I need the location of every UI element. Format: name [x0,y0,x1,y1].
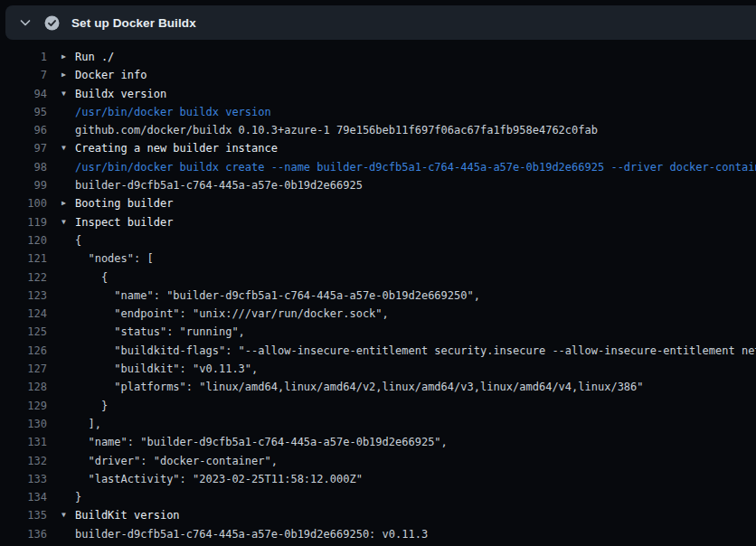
line-number[interactable]: 132 [0,452,47,470]
log-line: 120 { [0,231,756,249]
log-line: 131 "name": "builder-d9cfb5a1-c764-445a-… [0,433,756,451]
chevron-down-icon[interactable]: ▼ [61,506,75,524]
line-number[interactable]: 133 [0,470,47,488]
log-line-text: BuildKit version [75,506,180,524]
log-line: 126 "buildkitd-flags": "--allow-insecure… [0,342,756,360]
line-number[interactable]: 122 [0,268,47,287]
line-number[interactable]: 135 [0,506,47,524]
step-title: Set up Docker Buildx [71,16,196,30]
log-line: 99 builder-d9cfb5a1-c764-445a-a57e-0b19d… [0,176,756,194]
log-body: 1 ▶ Run ./ 7 ▶ Docker info 94 ▼ Buildx v… [0,40,756,546]
log-line-text: /usr/bin/docker buildx create --name bui… [61,158,756,176]
line-number[interactable]: 129 [0,397,47,415]
check-circle-icon [44,15,60,31]
log-group-header[interactable]: 135 ▼ BuildKit version [0,506,756,524]
log-line: 123 "name": "builder-d9cfb5a1-c764-445a-… [0,287,756,305]
log-line: 96 github.com/docker/buildx 0.10.3+azure… [0,121,756,139]
line-number[interactable]: 136 [0,525,47,543]
log-line-text: builder-d9cfb5a1-c764-445a-a57e-0b19d2e6… [61,525,428,543]
log-line-text: builder-d9cfb5a1-c764-445a-a57e-0b19d2e6… [61,176,363,194]
log-line: 122 { [0,268,756,287]
line-number[interactable]: 128 [0,378,47,396]
log-line-text: "lastActivity": "2023-02-25T11:58:12.000… [61,470,363,488]
log-line: 98 /usr/bin/docker buildx create --name … [0,158,756,176]
chevron-down-icon[interactable]: ▼ [61,213,75,231]
log-line: 121 "nodes": [ [0,249,756,268]
line-number[interactable]: 119 [0,213,47,231]
line-number[interactable]: 99 [0,176,47,194]
step-header[interactable]: Set up Docker Buildx [5,5,756,40]
log-line-text: github.com/docker/buildx 0.10.3+azure-1 … [61,121,598,139]
line-number[interactable]: 7 [0,66,47,84]
line-number[interactable]: 126 [0,342,47,360]
line-number[interactable]: 97 [0,139,47,157]
line-number[interactable]: 134 [0,488,47,506]
log-line: 125 "status": "running", [0,323,756,341]
log-line-text: "driver": "docker-container", [61,452,278,470]
log-line: 130 ], [0,415,756,433]
line-number[interactable]: 94 [0,85,47,103]
log-line-text: "buildkitd-flags": "--allow-insecure-ent… [61,342,756,360]
log-line-text: } [61,397,108,415]
log-group-header[interactable]: 119 ▼ Inspect builder [0,213,756,231]
log-group-header[interactable]: 7 ▶ Docker info [0,66,756,84]
line-number[interactable]: 100 [0,194,47,212]
log-group-header[interactable]: 94 ▼ Buildx version [0,85,756,103]
log-line-text: } [61,488,81,506]
log-line: 124 "endpoint": "unix:///var/run/docker.… [0,305,756,323]
log-line-text: Inspect builder [75,213,173,231]
line-number[interactable]: 95 [0,103,47,121]
log-line: 134 } [0,488,756,506]
log-line: 95 /usr/bin/docker buildx version [0,103,756,121]
chevron-right-icon[interactable]: ▶ [61,194,75,212]
log-line-text: "status": "running", [61,323,245,341]
line-number[interactable]: 98 [0,158,47,176]
log-line-text: Buildx version [75,85,166,103]
log-line-text: "nodes": [ [61,249,154,268]
line-number[interactable]: 125 [0,323,47,341]
chevron-down-icon[interactable] [18,15,33,30]
log-line-text: Creating a new builder instance [75,139,278,157]
log-line-text: /usr/bin/docker buildx version [61,103,271,121]
log-line-text: "name": "builder-d9cfb5a1-c764-445a-a57e… [61,287,480,305]
log-line: 128 "platforms": "linux/amd64,linux/amd6… [0,378,756,396]
line-number[interactable]: 123 [0,287,47,305]
log-line: 132 "driver": "docker-container", [0,452,756,470]
log-line-text: { [61,268,108,287]
log-group-header[interactable]: 100 ▶ Booting builder [0,194,756,212]
log-line-text: Docker info [75,66,146,84]
line-number[interactable]: 124 [0,305,47,323]
log-line-text: "platforms": "linux/amd64,linux/amd64/v2… [61,378,644,396]
line-number[interactable]: 96 [0,121,47,139]
log-line-text: Booting builder [75,194,173,212]
log-line: 136 builder-d9cfb5a1-c764-445a-a57e-0b19… [0,525,756,543]
log-line: 127 "buildkit": "v0.11.3", [0,360,756,378]
chevron-down-icon[interactable]: ▼ [61,139,75,157]
log-line-text: Run ./ [75,48,114,66]
line-number[interactable]: 121 [0,249,47,268]
log-line: 129 } [0,397,756,415]
log-line-text: { [61,231,81,249]
chevron-right-icon[interactable]: ▶ [61,48,75,66]
chevron-down-icon[interactable]: ▼ [61,85,75,103]
line-number[interactable]: 130 [0,415,47,433]
log-line-text: "buildkit": "v0.11.3", [61,360,258,378]
log-group-header[interactable]: 97 ▼ Creating a new builder instance [0,139,756,157]
line-number[interactable]: 1 [0,48,47,66]
chevron-right-icon[interactable]: ▶ [61,66,75,84]
line-number[interactable]: 127 [0,360,47,378]
log-line-text: ], [61,415,101,433]
log-line: 133 "lastActivity": "2023-02-25T11:58:12… [0,470,756,488]
log-group-header[interactable]: 1 ▶ Run ./ [0,48,756,66]
line-number[interactable]: 120 [0,231,47,249]
line-number[interactable]: 131 [0,433,47,451]
log-line-text: "endpoint": "unix:///var/run/docker.sock… [61,305,389,323]
log-line-text: "name": "builder-d9cfb5a1-c764-445a-a57e… [61,433,448,451]
